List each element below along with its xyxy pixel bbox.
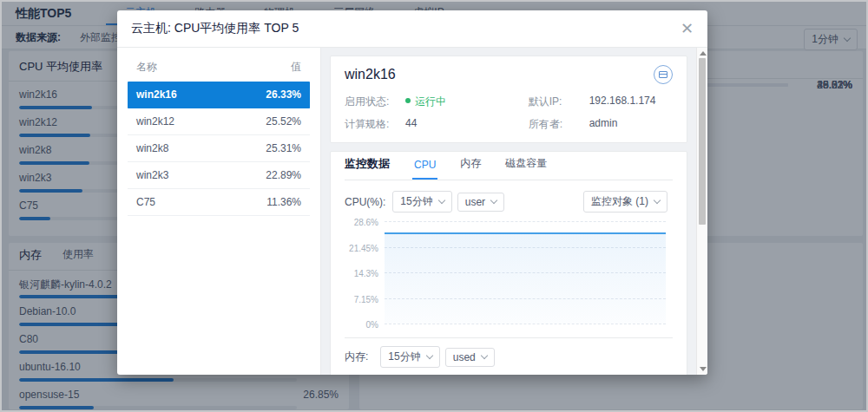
- host-list-rows: win2k16 26.33% win2k12 25.52% win2k8 25.…: [128, 82, 310, 216]
- monitor-card: 监控数据 CPU内存磁盘容量 CPU(%): 15分钟 user: [330, 151, 687, 375]
- scroll-down-arrow-icon[interactable]: [700, 367, 707, 371]
- host-list-item[interactable]: win2k12 25.52%: [128, 108, 310, 135]
- scrollbar-thumb[interactable]: [699, 58, 706, 225]
- cpu-controls: CPU(%): 15分钟 user 监控对象 (1): [345, 191, 673, 213]
- y-tick-label: 21.45%: [349, 243, 378, 252]
- host-value: 22.89%: [266, 169, 301, 181]
- screen: 性能TOP5 云主机路由器物理机三层网络虚拟IP 数据来源: 外部监控 内部监控…: [0, 0, 868, 412]
- monitor-target-select[interactable]: 监控对象 (1): [583, 191, 667, 213]
- cpu-top5-modal: 云主机: CPU平均使用率 TOP 5 ✕ 名称 值 win2k16 26.33…: [117, 10, 707, 375]
- memory-period-select[interactable]: 15分钟: [380, 346, 439, 368]
- chevron-down-icon: [480, 352, 487, 359]
- host-name: C75: [136, 196, 155, 208]
- chevron-down-icon: [490, 197, 497, 204]
- chart-area-fill: [385, 232, 666, 324]
- scrollbar: [696, 48, 707, 375]
- host-list-item[interactable]: win2k16 26.33%: [128, 82, 310, 108]
- monitor-tab[interactable]: 磁盘容量: [503, 156, 549, 180]
- console-icon[interactable]: [654, 65, 673, 84]
- host-value: 11.36%: [266, 196, 301, 208]
- host-list-item[interactable]: win2k8 25.31%: [128, 135, 310, 162]
- memory-metric-select[interactable]: used: [445, 348, 495, 367]
- detail-field: 计算规格: 44: [345, 117, 529, 132]
- detail-field: 启用状态: 运行中: [345, 95, 529, 109]
- host-info-card: win2k16 启用状态: 运行中 默认IP: 192.168.1.174: [330, 56, 687, 143]
- host-list-item[interactable]: C75 11.36%: [128, 189, 310, 216]
- field-value: 44: [405, 117, 417, 132]
- host-value: 25.52%: [266, 115, 301, 128]
- host-detail: win2k16 启用状态: 运行中 默认IP: 192.168.1.174: [321, 48, 696, 375]
- monitor-tab[interactable]: 内存: [458, 156, 483, 180]
- list-header: 名称 值: [128, 56, 310, 82]
- scroll-up-arrow-icon[interactable]: [700, 51, 707, 56]
- chevron-down-icon: [425, 352, 432, 359]
- detail-field: 所有者: admin: [529, 117, 673, 132]
- host-name: win2k8: [136, 142, 168, 154]
- host-name: win2k3: [136, 169, 168, 181]
- list-header-name: 名称: [136, 60, 157, 75]
- y-tick-label: 0%: [366, 320, 378, 330]
- field-value: 192.168.1.174: [589, 95, 656, 109]
- close-icon[interactable]: ✕: [681, 21, 694, 36]
- cpu-metric-select[interactable]: user: [457, 193, 504, 212]
- monitor-tabs-row: 监控数据 CPU内存磁盘容量: [345, 152, 673, 180]
- modal-title: 云主机: CPU平均使用率 TOP 5: [131, 21, 299, 36]
- monitor-tab[interactable]: CPU: [412, 159, 437, 180]
- gridline: 0%: [385, 324, 666, 324]
- detail-host-title: win2k16: [345, 67, 396, 82]
- field-value: 运行中: [415, 95, 446, 109]
- host-list-item[interactable]: win2k3 22.89%: [128, 162, 310, 189]
- chevron-down-icon: [654, 197, 661, 204]
- cpu-period-select[interactable]: 15分钟: [392, 191, 451, 213]
- cpu-control-label: CPU(%):: [345, 196, 385, 208]
- host-value: 25.31%: [266, 142, 301, 154]
- field-label: 所有者:: [529, 117, 589, 132]
- gridline: 28.6%: [385, 221, 666, 222]
- host-name: win2k12: [136, 115, 174, 128]
- memory-controls: 内存: 15分钟 used: [345, 338, 673, 375]
- modal-header: 云主机: CPU平均使用率 TOP 5 ✕: [117, 10, 707, 48]
- chart-series-line: [385, 232, 666, 234]
- y-tick-label: 28.6%: [354, 218, 378, 227]
- memory-control-label: 内存:: [345, 350, 368, 364]
- y-tick-label: 14.3%: [354, 269, 378, 278]
- field-label: 计算规格:: [345, 117, 405, 132]
- cpu-line-chart: 28.6%21.45%14.3%7.15%0%: [385, 221, 673, 324]
- chevron-down-icon: [437, 197, 444, 204]
- host-list: 名称 值 win2k16 26.33% win2k12 25.52% win2k…: [117, 48, 321, 375]
- status-dot-icon: [405, 98, 411, 103]
- list-header-value: 值: [291, 60, 301, 75]
- host-value: 26.33%: [266, 88, 301, 101]
- monitor-tabs: CPU内存磁盘容量: [412, 156, 569, 180]
- y-tick-label: 7.15%: [354, 294, 378, 304]
- monitor-section-label: 监控数据: [345, 156, 390, 180]
- field-label: 默认IP:: [529, 95, 589, 109]
- detail-field: 默认IP: 192.168.1.174: [529, 95, 673, 109]
- host-name: win2k16: [136, 88, 177, 101]
- field-label: 启用状态:: [345, 95, 405, 109]
- dashboard-page: 性能TOP5 云主机路由器物理机三层网络虚拟IP 数据来源: 外部监控 内部监控…: [2, 2, 866, 410]
- field-value: admin: [589, 117, 618, 132]
- detail-fields: 启用状态: 运行中 默认IP: 192.168.1.174 计算规格: 44: [345, 95, 673, 132]
